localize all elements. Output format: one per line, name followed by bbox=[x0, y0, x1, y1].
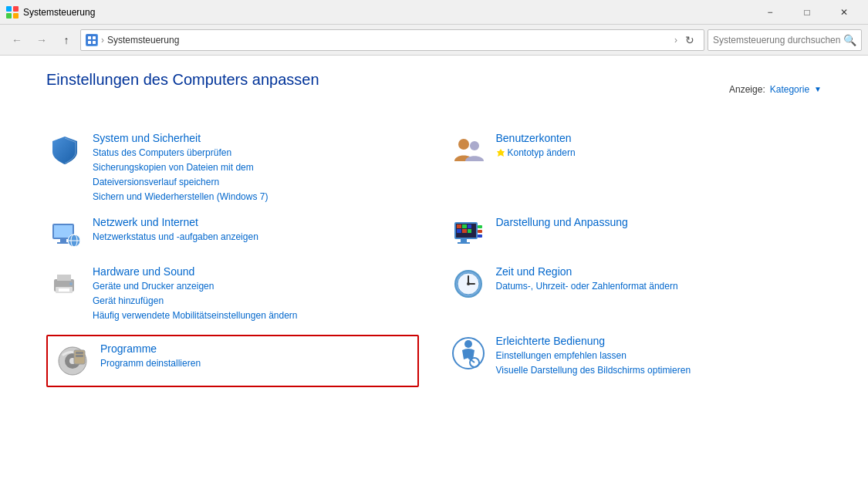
app-icon bbox=[6, 6, 19, 19]
view-label: Anzeige: bbox=[729, 84, 765, 95]
svg-rect-28 bbox=[468, 229, 471, 233]
hardware-title[interactable]: Hardware und Sound bbox=[93, 265, 419, 278]
system-link-4[interactable]: Sichern und Wiederherstellen (Windows 7) bbox=[93, 190, 419, 204]
system-link-1[interactable]: Status des Computers überprüfen bbox=[93, 146, 419, 160]
netzwerk-title[interactable]: Netzwerk und Internet bbox=[93, 216, 419, 228]
close-button[interactable]: ✕ bbox=[826, 0, 862, 25]
svg-point-41 bbox=[467, 282, 470, 285]
address-breadcrumb-separator: › bbox=[101, 35, 104, 46]
back-button[interactable]: ← bbox=[6, 29, 28, 51]
svg-rect-7 bbox=[88, 41, 91, 44]
zeit-info: Zeit und Region Datums-, Uhrzeit- oder Z… bbox=[496, 265, 822, 293]
svg-rect-26 bbox=[457, 229, 461, 233]
svg-rect-22 bbox=[478, 234, 482, 238]
erleichtert-title[interactable]: Erleichterte Bedienung bbox=[496, 335, 822, 347]
category-item-programme-wrapper: Programme Programm deinstallieren bbox=[46, 329, 419, 390]
benutzer-link-1[interactable]: Kontotyp ändern bbox=[496, 146, 822, 161]
window-title: Systemsteuerung bbox=[23, 7, 752, 18]
system-title[interactable]: System und Sicherheit bbox=[93, 132, 419, 144]
svg-rect-2 bbox=[6, 13, 12, 19]
category-item-system: System und Sicherheit Status des Compute… bbox=[46, 126, 419, 210]
svg-rect-25 bbox=[468, 224, 471, 228]
svg-rect-4 bbox=[86, 35, 97, 46]
svg-rect-5 bbox=[88, 36, 91, 39]
category-item-netzwerk: Netzwerk und Internet Netzwerkstatus und… bbox=[46, 210, 419, 259]
erleichtert-link-1[interactable]: Einstellungen empfehlen lassen bbox=[496, 349, 822, 363]
system-links: Status des Computers überprüfen Sicherun… bbox=[93, 146, 419, 204]
navigation-bar: ← → ↑ › Systemsteuerung › ↻ 🔍 bbox=[0, 25, 868, 56]
address-bar[interactable]: › Systemsteuerung › ↻ bbox=[80, 29, 704, 51]
svg-rect-47 bbox=[76, 355, 83, 357]
maximize-button[interactable]: □ bbox=[789, 0, 825, 25]
zeit-link-1[interactable]: Datums-, Uhrzeit- oder Zahlenformat ände… bbox=[496, 279, 822, 293]
svg-rect-14 bbox=[57, 242, 69, 244]
view-selector: Anzeige: Kategorie ▼ bbox=[729, 84, 822, 95]
forward-button[interactable]: → bbox=[31, 29, 52, 51]
erleichtert-info: Erleichterte Bedienung Einstellungen emp… bbox=[496, 335, 822, 377]
system-link-3[interactable]: Dateiversionsverlauf speichern bbox=[93, 175, 419, 189]
programme-link-1[interactable]: Programm deinstallieren bbox=[100, 356, 411, 370]
darstellung-icon bbox=[450, 216, 487, 253]
hardware-link-3[interactable]: Häufig verwendete Mobilitätseinstellunge… bbox=[93, 309, 419, 322]
system-link-2[interactable]: Sicherungskopien von Dateien mit dem bbox=[93, 160, 419, 174]
svg-rect-8 bbox=[93, 41, 96, 44]
svg-point-48 bbox=[464, 340, 472, 348]
svg-rect-27 bbox=[462, 229, 467, 233]
svg-point-35 bbox=[69, 282, 73, 285]
svg-rect-0 bbox=[6, 6, 12, 12]
darstellung-title[interactable]: Darstellung und Anpassung bbox=[496, 216, 822, 228]
darstellung-info: Darstellung und Anpassung bbox=[496, 216, 822, 230]
programme-title[interactable]: Programme bbox=[100, 342, 411, 355]
refresh-button[interactable]: ↻ bbox=[681, 29, 699, 51]
netzwerk-info: Netzwerk und Internet Netzwerkstatus und… bbox=[93, 216, 419, 244]
category-item-benutzer: Benutzerkonten Kontotyp ändern bbox=[450, 126, 822, 210]
zeit-title[interactable]: Zeit und Region bbox=[496, 265, 822, 278]
minimize-button[interactable]: − bbox=[752, 0, 788, 25]
category-item-erleichtert: Erleichterte Bedienung Einstellungen emp… bbox=[450, 329, 822, 390]
svg-rect-32 bbox=[57, 275, 71, 281]
svg-rect-29 bbox=[461, 239, 467, 242]
hardware-link-2[interactable]: Gerät hinzufügen bbox=[93, 294, 419, 308]
svg-rect-23 bbox=[457, 224, 461, 228]
search-icon[interactable]: 🔍 bbox=[843, 34, 856, 46]
benutzer-icon bbox=[450, 132, 487, 169]
svg-point-9 bbox=[458, 139, 469, 150]
svg-rect-12 bbox=[54, 225, 73, 238]
window-controls: − □ ✕ bbox=[752, 0, 862, 25]
hardware-info: Hardware und Sound Geräte und Drucker an… bbox=[93, 265, 419, 322]
svg-rect-21 bbox=[478, 230, 482, 233]
category-item-hardware: Hardware und Sound Geräte und Drucker an… bbox=[46, 259, 419, 329]
svg-rect-1 bbox=[13, 6, 19, 12]
benutzer-title[interactable]: Benutzerkonten bbox=[496, 132, 822, 144]
benutzer-links: Kontotyp ändern bbox=[496, 146, 822, 161]
view-dropdown-icon[interactable]: ▼ bbox=[814, 85, 822, 93]
svg-rect-3 bbox=[13, 13, 19, 19]
search-input[interactable] bbox=[713, 35, 840, 46]
netzwerk-link-1[interactable]: Netzwerkstatus und -aufgaben anzeigen bbox=[93, 230, 419, 244]
svg-rect-13 bbox=[60, 239, 66, 242]
system-info: System und Sicherheit Status des Compute… bbox=[93, 132, 419, 204]
netzwerk-links: Netzwerkstatus und -aufgaben anzeigen bbox=[93, 230, 419, 244]
svg-rect-24 bbox=[462, 224, 467, 228]
svg-rect-6 bbox=[93, 36, 96, 39]
categories-grid: System und Sicherheit Status des Compute… bbox=[46, 126, 822, 390]
hardware-icon bbox=[46, 265, 83, 302]
zeit-icon bbox=[450, 265, 487, 302]
svg-rect-46 bbox=[76, 352, 83, 354]
programme-icon bbox=[54, 342, 91, 379]
zeit-links: Datums-, Uhrzeit- oder Zahlenformat ände… bbox=[496, 279, 822, 293]
svg-rect-30 bbox=[458, 242, 470, 244]
address-breadcrumb: Systemsteuerung bbox=[107, 35, 671, 46]
benutzer-info: Benutzerkonten Kontotyp ändern bbox=[496, 132, 822, 161]
svg-rect-34 bbox=[59, 288, 69, 292]
address-end-separator: › bbox=[674, 35, 677, 46]
header-row: Einstellungen des Computers anpassen Anz… bbox=[46, 71, 822, 107]
hardware-link-1[interactable]: Geräte und Drucker anzeigen bbox=[93, 279, 419, 293]
category-item-darstellung: Darstellung und Anpassung bbox=[450, 210, 822, 259]
erleichtert-link-2[interactable]: Visuelle Darstellung des Bildschirms opt… bbox=[496, 363, 822, 377]
svg-rect-20 bbox=[478, 225, 482, 228]
search-bar[interactable]: 🔍 bbox=[708, 29, 862, 51]
erleichtert-icon bbox=[450, 335, 487, 372]
up-button[interactable]: ↑ bbox=[56, 29, 77, 51]
view-value-button[interactable]: Kategorie bbox=[770, 84, 809, 95]
